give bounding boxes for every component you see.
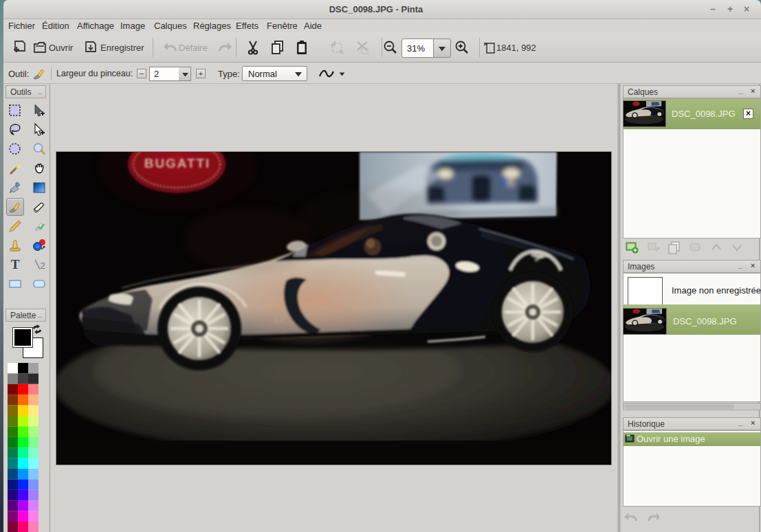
svg-text:T: T (11, 257, 20, 271)
svg-text:2: 2 (40, 261, 45, 271)
svg-text:4.4: 4.4 (274, 317, 283, 324)
